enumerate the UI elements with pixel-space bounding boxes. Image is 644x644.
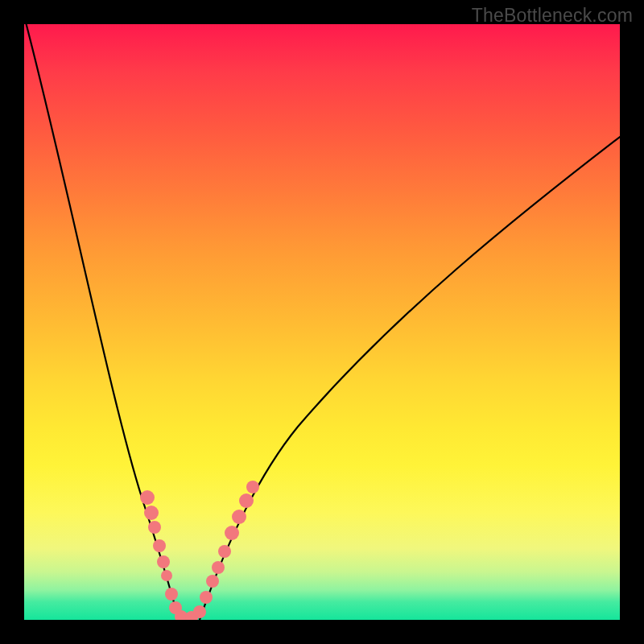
right-curve xyxy=(200,137,620,620)
bead xyxy=(212,561,225,574)
chart-overlay xyxy=(24,24,620,620)
bead xyxy=(246,481,259,493)
bead xyxy=(206,575,219,588)
chart-frame: TheBottleneck.com xyxy=(0,0,644,644)
bead xyxy=(193,605,206,618)
bead xyxy=(232,510,246,524)
bead xyxy=(218,545,231,558)
bead xyxy=(157,555,170,568)
bead xyxy=(165,588,178,601)
bead xyxy=(140,490,155,505)
plot-area xyxy=(24,24,620,620)
bead xyxy=(148,521,161,534)
bead xyxy=(144,506,159,520)
bead xyxy=(200,591,213,604)
bead-cluster xyxy=(140,481,259,620)
bead xyxy=(153,539,166,552)
bead xyxy=(225,526,239,540)
bead xyxy=(239,493,254,508)
watermark-text: TheBottleneck.com xyxy=(472,5,633,27)
bead xyxy=(161,570,172,581)
